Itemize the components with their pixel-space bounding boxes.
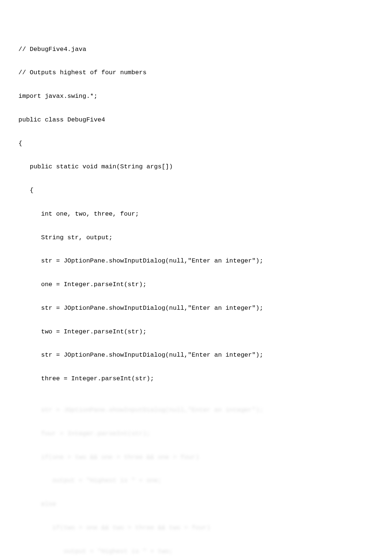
code-line: public class DebugFive4	[18, 116, 374, 124]
code-line: // DebugFive4.java	[18, 45, 374, 53]
code-line: int one, two, three, four;	[18, 210, 374, 218]
obscured-code-line: four = Integer.parseInt(str);	[18, 430, 374, 437]
obscured-code-line: output = "Highest is " + one;	[18, 477, 374, 484]
obscured-code-line: else	[18, 500, 374, 508]
code-line: str = JOptionPane.showInputDialog(null,"…	[18, 257, 374, 265]
code-line: {	[18, 186, 374, 194]
obscured-code-line: output = "Highest is " + two;	[18, 548, 374, 555]
obscured-code-line: str = JOptionPane.showInputDialog(null,"…	[18, 406, 374, 414]
code-line: str = JOptionPane.showInputDialog(null,"…	[18, 304, 374, 312]
code-line: // Outputs highest of four numbers	[18, 69, 374, 76]
code-line: two = Integer.parseInt(str);	[18, 328, 374, 336]
code-line: import javax.swing.*;	[18, 92, 374, 100]
code-block: // DebugFive4.java // Outputs highest of…	[18, 30, 374, 556]
code-line: str = JOptionPane.showInputDialog(null,"…	[18, 351, 374, 359]
code-line: String str, output;	[18, 234, 374, 241]
obscured-code-line: if(one > two && one > three && one > fou…	[18, 453, 374, 461]
code-line: one = Integer.parseInt(str);	[18, 281, 374, 288]
document-page: // DebugFive4.java // Outputs highest of…	[0, 0, 392, 556]
code-line: public static void main(String args[])	[18, 163, 374, 171]
code-line: three = Integer.parseInt(str);	[18, 375, 374, 382]
code-line: {	[18, 140, 374, 147]
obscured-code-line: if(two > one && two > three && two > fou…	[18, 524, 374, 532]
